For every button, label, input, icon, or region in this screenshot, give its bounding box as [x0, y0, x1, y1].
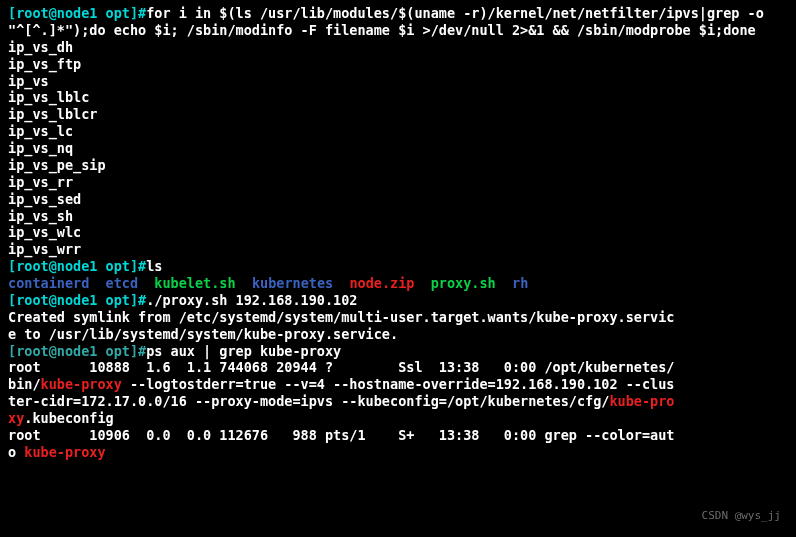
- module-line: ip_vs_dh: [8, 39, 788, 56]
- prompt: [root@node1 opt]#: [8, 5, 146, 21]
- module-line: ip_vs_lblcr: [8, 106, 788, 123]
- module-line: ip_vs_rr: [8, 174, 788, 191]
- prompt: [root@node1 opt]#: [8, 292, 146, 308]
- ls-entry: kubernetes: [252, 275, 333, 291]
- output-symlink-1: Created symlink from /etc/systemd/system…: [8, 309, 788, 326]
- ls-entry: etcd: [106, 275, 139, 291]
- module-line: ip_vs_wrr: [8, 241, 788, 258]
- module-line: ip_vs_nq: [8, 140, 788, 157]
- prompt: [root@node1 opt]#: [8, 343, 146, 359]
- module-line: ip_vs: [8, 73, 788, 90]
- ls-entry: rh: [512, 275, 528, 291]
- ls-entry: node.zip: [349, 275, 414, 291]
- output-symlink-2: e to /usr/lib/systemd/system/kube-proxy.…: [8, 326, 788, 343]
- ps-row-1d: xy.kubeconfig: [8, 410, 788, 427]
- ps-row-2b: o kube-proxy: [8, 444, 788, 461]
- module-line: ip_vs_lblc: [8, 89, 788, 106]
- ls-entry: kubelet.sh: [154, 275, 235, 291]
- ps-row-1b: bin/kube-proxy --logtostderr=true --v=4 …: [8, 376, 788, 393]
- output-module-list: ip_vs_dhip_vs_ftpip_vsip_vs_lblcip_vs_lb…: [8, 39, 788, 258]
- ps-row-2a: root 10906 0.0 0.0 112676 988 pts/1 S+ 1…: [8, 427, 788, 444]
- cmd-ls: [root@node1 opt]#ls: [8, 258, 788, 275]
- module-line: ip_vs_sh: [8, 208, 788, 225]
- prompt: [root@node1 opt]#: [8, 258, 146, 274]
- output-ls: containerd etcd kubelet.sh kubernetes no…: [8, 275, 788, 292]
- ls-entry: containerd: [8, 275, 89, 291]
- module-line: ip_vs_ftp: [8, 56, 788, 73]
- ps-row-1a: root 10888 1.6 1.1 744068 20944 ? Ssl 13…: [8, 359, 788, 376]
- cmd-ps: [root@node1 opt]#ps aux | grep kube-prox…: [8, 343, 788, 360]
- module-line: ip_vs_wlc: [8, 224, 788, 241]
- module-line: ip_vs_pe_sip: [8, 157, 788, 174]
- module-line: ip_vs_lc: [8, 123, 788, 140]
- ps-row-1c: ter-cidr=172.17.0.0/16 --proxy-mode=ipvs…: [8, 393, 788, 410]
- module-line: ip_vs_sed: [8, 191, 788, 208]
- watermark: CSDN @wys_jj: [702, 509, 781, 523]
- cmd-for-loop: [root@node1 opt]#for i in $(ls /usr/lib/…: [8, 5, 788, 39]
- cmd-proxy: [root@node1 opt]#./proxy.sh 192.168.190.…: [8, 292, 788, 309]
- ls-entry: proxy.sh: [431, 275, 496, 291]
